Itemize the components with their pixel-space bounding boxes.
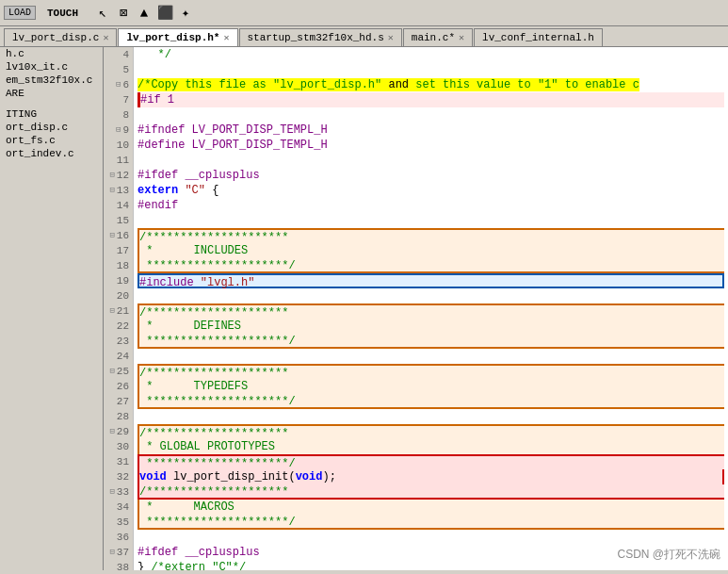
code-line-23: *********************/ <box>138 334 724 349</box>
code-line-35: *********************/ <box>138 515 724 530</box>
code-line-29: /********************* <box>138 424 724 439</box>
code-line-19: #include "lvgl.h" <box>138 273 724 288</box>
main-area: h.c lv10x_it.c em_stm32f10x.c ARE ITING … <box>0 47 728 570</box>
code-line-14: #endif <box>138 198 724 213</box>
code-line-12: #ifdef __cplusplus <box>138 168 724 183</box>
code-line-30: * GLOBAL PROTOTYPES <box>138 439 724 454</box>
sidebar-item-4[interactable]: ARE <box>0 87 103 100</box>
code-line-6: /*Copy this file as "lv_port_disp.h" and… <box>138 77 724 92</box>
code-line-33: /********************* <box>138 484 724 500</box>
watermark: CSDN @打死不洗碗 <box>617 547 720 563</box>
code-line-9: #ifndef LV_PORT_DISP_TEMPL_H <box>138 123 724 138</box>
debug-icon[interactable]: ✦ <box>176 4 195 23</box>
code-line-16: /********************* <box>138 228 724 243</box>
code-line-28 <box>138 409 724 424</box>
sidebar-item-7[interactable]: ort_fs.c <box>0 134 103 147</box>
code-line-17: * INCLUDES <box>138 243 724 258</box>
code-line-18: *********************/ <box>138 258 724 273</box>
code-line-32: void lv_port_disp_init(void); <box>138 469 724 484</box>
line-numbers: 4 5 ⊟6 7 8 ⊟9 10 11 ⊟12 ⊟13 14 15 ⊟16 17… <box>104 47 134 570</box>
sidebar: h.c lv10x_it.c em_stm32f10x.c ARE ITING … <box>0 47 104 570</box>
sidebar-item-5[interactable]: ITING <box>0 107 103 121</box>
code-line-13: extern "C" { <box>138 183 724 198</box>
tab-main-c[interactable]: main.c* ✕ <box>403 28 473 46</box>
sidebar-item-8[interactable]: ort_indev.c <box>0 147 103 160</box>
sidebar-item-3[interactable]: em_stm32f10x.c <box>0 74 103 87</box>
code-line-31: *********************/ <box>138 454 724 469</box>
code-area[interactable]: 4 5 ⊟6 7 8 ⊟9 10 11 ⊟12 ⊟13 14 15 ⊟16 17… <box>104 47 728 570</box>
toolbar-icons: ↖ ⊠ ▲ ⬛ ✦ <box>93 4 195 23</box>
close-tab-2[interactable]: ✕ <box>223 32 229 43</box>
tab-lv-port-disp-c[interactable]: lv_port_disp.c ✕ <box>4 28 117 46</box>
code-line-11 <box>138 153 724 168</box>
code-line-7: #if 1 <box>138 92 724 107</box>
close-tab-3[interactable]: ✕ <box>388 32 394 43</box>
tab-startup[interactable]: startup_stm32f10x_hd.s ✕ <box>239 28 402 46</box>
code-line-20 <box>138 288 724 303</box>
toolbar-title: TOUCH <box>40 8 86 19</box>
tab-bar: lv_port_disp.c ✕ lv_port_disp.h* ✕ start… <box>0 26 728 47</box>
sidebar-item-1[interactable]: h.c <box>0 47 103 60</box>
sidebar-item-2[interactable]: lv10x_it.c <box>0 60 103 74</box>
close-tab-4[interactable]: ✕ <box>459 32 464 43</box>
code-line-26: * TYPEDEFS <box>138 379 724 394</box>
code-line-34: * MACROS <box>138 500 724 515</box>
code-line-15 <box>138 213 724 228</box>
close-tab-1[interactable]: ✕ <box>103 32 108 43</box>
download-icon[interactable]: ▲ <box>135 4 154 23</box>
code-line-22: * DEFINES <box>138 319 724 334</box>
code-line-36 <box>138 530 724 545</box>
code-line-10: #define LV_PORT_DISP_TEMPL_H <box>138 138 724 153</box>
build-icon[interactable]: ⬛ <box>155 4 174 23</box>
load-button[interactable]: LOAD <box>4 6 36 20</box>
code-line-24 <box>138 349 724 364</box>
toolbar: LOAD TOUCH ↖ ⊠ ▲ ⬛ ✦ <box>0 0 728 26</box>
code-line-27: *********************/ <box>138 394 724 409</box>
cursor-icon[interactable]: ↖ <box>93 4 112 23</box>
code-content: 4 5 ⊟6 7 8 ⊟9 10 11 ⊟12 ⊟13 14 15 ⊟16 17… <box>104 47 728 570</box>
code-line-8 <box>138 107 724 123</box>
sidebar-item-6[interactable]: ort_disp.c <box>0 121 103 134</box>
code-lines: */ /*Copy this file as "lv_port_disp.h" … <box>134 47 728 570</box>
code-line-5 <box>138 62 724 77</box>
code-line-21: /********************* <box>138 303 724 319</box>
code-line-4: */ <box>138 47 724 62</box>
select-icon[interactable]: ⊠ <box>114 4 133 23</box>
tab-lv-port-disp-h[interactable]: lv_port_disp.h* ✕ <box>118 28 237 46</box>
code-line-25: /********************* <box>138 364 724 379</box>
tab-lv-conf[interactable]: lv_conf_internal.h <box>474 28 603 46</box>
